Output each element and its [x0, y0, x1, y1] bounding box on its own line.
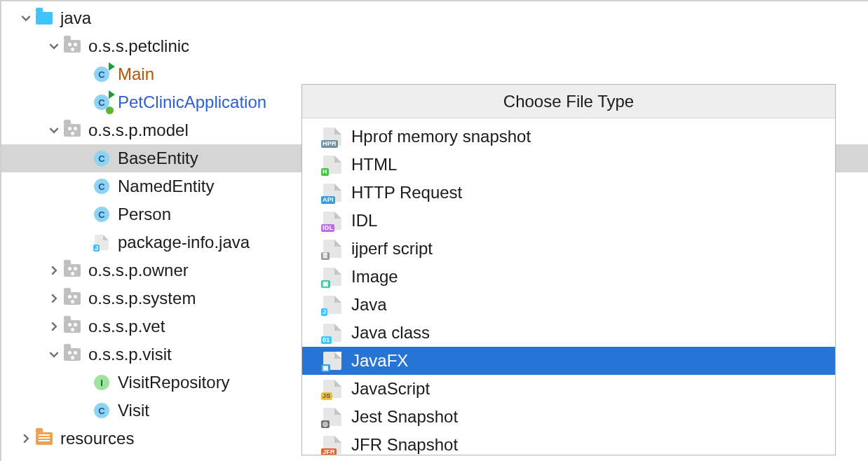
- file-type-item[interactable]: JSJavaScript: [302, 375, 835, 403]
- tree-label: java: [60, 10, 91, 27]
- resources-folder-icon: [34, 428, 55, 449]
- tree-label: VisitRepository: [118, 374, 230, 391]
- package-icon: [62, 288, 83, 309]
- file-type-label: Java: [351, 295, 387, 315]
- tree-label: o.s.s.p.vet: [88, 318, 165, 335]
- class-icon: C: [91, 148, 112, 169]
- tree-label: PetClinicApplication: [118, 94, 266, 111]
- tree-label: o.s.s.p.owner: [88, 262, 189, 279]
- tree-label: package-info.java: [118, 234, 250, 251]
- file-type-icon: J: [323, 296, 341, 314]
- chevron-right-icon[interactable]: [46, 294, 62, 303]
- file-type-icon: ▣: [323, 352, 341, 370]
- chevron-right-icon[interactable]: [18, 434, 34, 443]
- file-type-label: HTTP Request: [351, 183, 462, 202]
- file-type-label: ijperf script: [351, 239, 433, 259]
- tree-row-java[interactable]: java: [1, 4, 868, 32]
- file-type-label: Java class: [351, 323, 430, 343]
- file-type-label: HTML: [351, 155, 397, 174]
- file-type-item[interactable]: HHTML: [302, 151, 835, 179]
- popup-title: Choose File Type: [302, 85, 835, 118]
- runnable-class-icon: C: [91, 64, 112, 85]
- file-type-icon: ◎: [323, 408, 341, 426]
- file-type-label: Image: [351, 267, 398, 287]
- source-folder-icon: [34, 8, 55, 29]
- choose-file-type-popup: Choose File Type HPRHprof memory snapsho…: [301, 84, 836, 455]
- file-type-label: JavaFX: [351, 351, 408, 371]
- file-type-item[interactable]: ◎Jest Snapshot: [302, 403, 835, 431]
- file-type-icon: ≣: [323, 240, 341, 258]
- file-type-icon: API: [323, 184, 341, 202]
- class-icon: C: [91, 400, 112, 421]
- chevron-right-icon[interactable]: [46, 322, 62, 331]
- file-type-item[interactable]: JFRJFR Snapshot: [302, 431, 835, 455]
- file-type-label: IDL: [351, 211, 377, 230]
- tree-label: o.s.s.p.visit: [88, 346, 172, 363]
- file-type-label: JavaScript: [351, 379, 430, 399]
- file-type-item[interactable]: ▣JavaFX: [302, 347, 835, 375]
- chevron-down-icon[interactable]: [18, 13, 34, 23]
- tree-label: Person: [118, 206, 171, 223]
- file-type-icon: JFR: [323, 436, 341, 454]
- file-type-item[interactable]: APIHTTP Request: [302, 179, 835, 207]
- file-type-item[interactable]: IDLIDL: [302, 207, 835, 235]
- file-type-icon: 01: [323, 324, 341, 342]
- tree-label: o.s.s.p.system: [88, 290, 196, 307]
- file-type-icon: HPR: [323, 128, 341, 146]
- file-type-item[interactable]: JJava: [302, 291, 835, 319]
- file-type-icon: JS: [323, 380, 341, 398]
- file-type-item[interactable]: ▣Image: [302, 263, 835, 291]
- file-type-icon: ▣: [323, 268, 341, 286]
- package-icon: [62, 260, 83, 281]
- package-icon: [62, 344, 83, 365]
- file-type-item[interactable]: ≣ijperf script: [302, 235, 835, 263]
- file-type-item[interactable]: 01Java class: [302, 319, 835, 347]
- tree-label: o.s.s.petclinic: [88, 38, 189, 55]
- java-file-icon: J: [91, 232, 112, 253]
- tree-label: Main: [118, 66, 154, 83]
- tree-label: Visit: [118, 402, 149, 419]
- tree-label: o.s.s.p.model: [88, 122, 189, 139]
- chevron-down-icon[interactable]: [46, 41, 62, 51]
- file-type-label: Hprof memory snapshot: [351, 127, 531, 146]
- tree-label: NamedEntity: [118, 178, 214, 195]
- file-type-icon: H: [323, 156, 341, 174]
- package-icon: [62, 120, 83, 141]
- package-icon: [62, 316, 83, 337]
- chevron-down-icon[interactable]: [46, 125, 62, 135]
- file-type-label: Jest Snapshot: [351, 407, 458, 427]
- tree-label: resources: [60, 430, 134, 447]
- tree-row-petclinic[interactable]: o.s.s.petclinic: [1, 32, 868, 60]
- file-type-icon: IDL: [323, 212, 341, 230]
- file-type-label: JFR Snapshot: [351, 435, 458, 455]
- interface-icon: I: [91, 372, 112, 393]
- class-icon: C: [91, 204, 112, 225]
- file-type-list[interactable]: HPRHprof memory snapshotHHTMLAPIHTTP Req…: [302, 118, 835, 455]
- file-type-item[interactable]: HPRHprof memory snapshot: [302, 123, 835, 151]
- chevron-right-icon[interactable]: [46, 266, 62, 275]
- spring-runnable-class-icon: C: [91, 92, 112, 113]
- class-icon: C: [91, 176, 112, 197]
- chevron-down-icon[interactable]: [46, 350, 62, 359]
- package-icon: [62, 36, 83, 57]
- tree-label: BaseEntity: [118, 150, 198, 167]
